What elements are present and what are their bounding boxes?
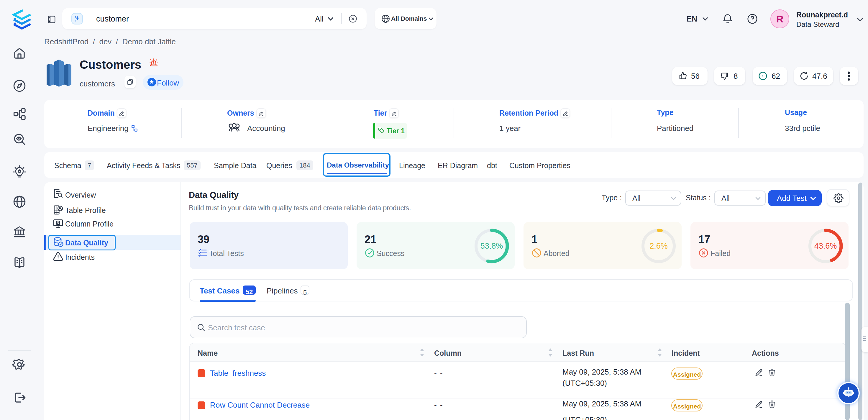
svg-text:53.8%: 53.8%: [480, 242, 503, 250]
svg-text:2.6%: 2.6%: [649, 242, 668, 250]
svg-text:43.6%: 43.6%: [814, 242, 837, 250]
